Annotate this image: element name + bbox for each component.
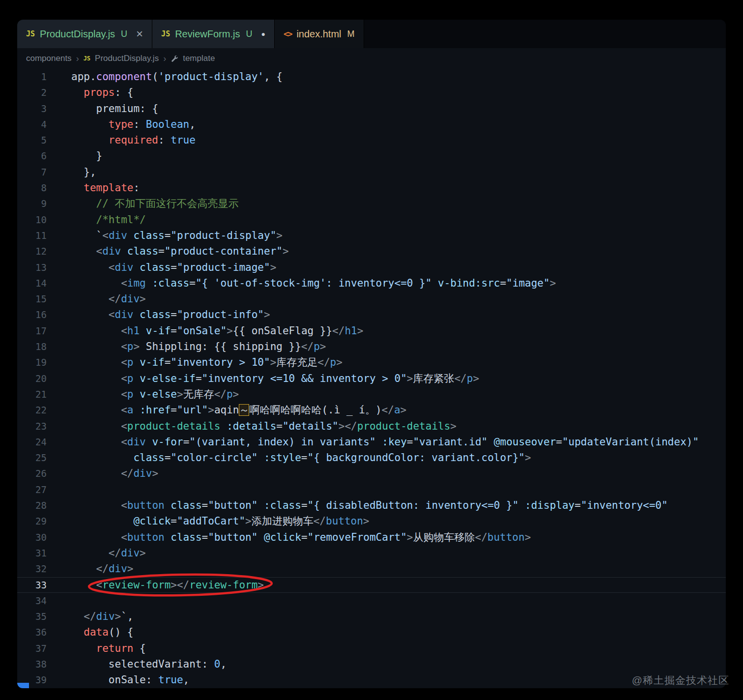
line-number[interactable]: 31 xyxy=(17,545,47,561)
code-line-38[interactable]: 38 selectedVariant: 0, xyxy=(17,656,726,672)
code-line-15[interactable]: 15 </div> xyxy=(17,291,726,307)
code-line-33[interactable]: 33 <review-form></review-form> xyxy=(17,577,726,593)
line-number[interactable]: 25 xyxy=(17,450,47,466)
line-number[interactable]: 2 xyxy=(17,85,47,100)
line-number[interactable]: 34 xyxy=(17,593,47,609)
code-line-16[interactable]: 16 <div class="product-info"> xyxy=(17,307,726,322)
code-line-22[interactable]: 22 <a :href="url">aqin～啊哈啊哈啊哈哈(.ì _ í。)<… xyxy=(17,402,726,418)
tab-reviewform-js[interactable]: JS ReviewForm.js U ● xyxy=(152,20,275,48)
line-number[interactable]: 13 xyxy=(17,260,47,275)
code-text: <div v-for="(variant, index) in variants… xyxy=(71,434,699,450)
code-line-11[interactable]: 11 `<div class="product-display"> xyxy=(17,228,726,243)
code-line-6[interactable]: 6 } xyxy=(17,148,726,164)
code-editor[interactable]: 1app.component('product-display', {2 pro… xyxy=(17,69,726,688)
breadcrumb-file[interactable]: ProductDisplay.js xyxy=(95,54,159,63)
line-number[interactable]: 36 xyxy=(17,624,47,640)
code-text: } xyxy=(71,148,102,164)
line-number[interactable]: 14 xyxy=(17,275,47,291)
line-number[interactable]: 17 xyxy=(17,323,47,339)
line-number[interactable]: 10 xyxy=(17,212,47,228)
code-line-12[interactable]: 12 <div class="product-container"> xyxy=(17,243,726,259)
line-number[interactable]: 32 xyxy=(17,561,47,577)
code-text: <button class="button" @click="removeFro… xyxy=(71,529,531,545)
line-number[interactable]: 11 xyxy=(17,228,47,243)
code-text: <review-form></review-form> xyxy=(71,577,264,593)
code-text: </div> xyxy=(71,545,146,561)
line-number[interactable]: 19 xyxy=(17,354,47,370)
line-number[interactable]: 33 xyxy=(17,577,47,593)
code-line-35[interactable]: 35 </div>`, xyxy=(17,609,726,624)
line-number[interactable]: 22 xyxy=(17,402,47,418)
code-text: <p v-if="inventory > 10">库存充足</p> xyxy=(71,354,343,370)
line-number[interactable]: 18 xyxy=(17,339,47,354)
line-number[interactable]: 24 xyxy=(17,434,47,450)
code-line-39[interactable]: 39 onSale: true, xyxy=(17,672,726,688)
line-number[interactable]: 16 xyxy=(17,307,47,322)
line-number[interactable]: 12 xyxy=(17,243,47,259)
code-line-31[interactable]: 31 </div> xyxy=(17,545,726,561)
line-number[interactable]: 27 xyxy=(17,482,47,497)
line-number[interactable]: 28 xyxy=(17,497,47,513)
breadcrumb: components › JS ProductDisplay.js › temp… xyxy=(17,48,726,69)
code-line-27[interactable]: 27 xyxy=(17,482,726,497)
code-text: <a :href="url">aqin～啊哈啊哈啊哈哈(.ì _ í。)</a> xyxy=(71,402,406,418)
js-file-icon: JS xyxy=(84,55,90,62)
breadcrumb-symbol[interactable]: template xyxy=(183,54,215,63)
code-line-19[interactable]: 19 <p v-if="inventory > 10">库存充足</p> xyxy=(17,354,726,370)
statusbar-corner xyxy=(17,683,29,688)
line-number[interactable]: 1 xyxy=(17,69,47,85)
line-number[interactable]: 8 xyxy=(17,180,47,196)
code-line-30[interactable]: 30 <button class="button" @click="remove… xyxy=(17,529,726,545)
tab-productdisplay-js[interactable]: JS ProductDisplay.js U × xyxy=(17,20,152,48)
line-number[interactable]: 26 xyxy=(17,466,47,481)
line-number[interactable]: 20 xyxy=(17,371,47,386)
code-line-28[interactable]: 28 <button class="button" :class="{ disa… xyxy=(17,497,726,513)
line-number[interactable]: 9 xyxy=(17,196,47,211)
unsaved-dot-icon[interactable]: ● xyxy=(261,30,265,38)
code-line-10[interactable]: 10 /*html*/ xyxy=(17,212,726,228)
line-number[interactable]: 23 xyxy=(17,418,47,434)
code-line-32[interactable]: 32 </div> xyxy=(17,561,726,577)
code-line-26[interactable]: 26 </div> xyxy=(17,466,726,481)
line-number[interactable]: 15 xyxy=(17,291,47,307)
code-text: class="color-circle" :style="{ backgroun… xyxy=(71,450,531,466)
line-number[interactable]: 35 xyxy=(17,609,47,624)
line-number[interactable]: 6 xyxy=(17,148,47,164)
code-line-5[interactable]: 5 required: true xyxy=(17,132,726,148)
code-text: required: true xyxy=(71,132,196,148)
line-number[interactable]: 30 xyxy=(17,529,47,545)
code-line-3[interactable]: 3 premium: { xyxy=(17,101,726,117)
code-line-37[interactable]: 37 return { xyxy=(17,641,726,656)
code-line-14[interactable]: 14 <img :class="{ 'out-of-stock-img': in… xyxy=(17,275,726,291)
code-line-9[interactable]: 9 // 不加下面这行不会高亮显示 xyxy=(17,196,726,211)
line-number[interactable]: 38 xyxy=(17,656,47,672)
breadcrumb-components[interactable]: components xyxy=(26,54,72,63)
code-line-24[interactable]: 24 <div v-for="(variant, index) in varia… xyxy=(17,434,726,450)
code-line-18[interactable]: 18 <p> Shippling: {{ shipping }}</p> xyxy=(17,339,726,354)
close-icon[interactable]: × xyxy=(136,28,143,40)
code-line-4[interactable]: 4 type: Boolean, xyxy=(17,117,726,132)
line-number[interactable]: 7 xyxy=(17,164,47,180)
code-line-2[interactable]: 2 props: { xyxy=(17,85,726,100)
code-text: <img :class="{ 'out-of-stock-img': inven… xyxy=(71,275,556,291)
line-number[interactable]: 3 xyxy=(17,101,47,117)
line-number[interactable]: 29 xyxy=(17,513,47,529)
code-line-25[interactable]: 25 class="color-circle" :style="{ backgr… xyxy=(17,450,726,466)
code-line-1[interactable]: 1app.component('product-display', { xyxy=(17,69,726,85)
code-line-17[interactable]: 17 <h1 v-if="onSale">{{ onSaleFlag }}</h… xyxy=(17,323,726,339)
line-number[interactable]: 5 xyxy=(17,132,47,148)
line-number[interactable]: 37 xyxy=(17,641,47,656)
code-line-29[interactable]: 29 @click="addToCart">添加进购物车</button> xyxy=(17,513,726,529)
code-line-34[interactable]: 34 xyxy=(17,593,726,609)
code-line-36[interactable]: 36 data() { xyxy=(17,624,726,640)
code-line-13[interactable]: 13 <div class="product-image"> xyxy=(17,260,726,275)
tab-index-html[interactable]: <> index.html M xyxy=(275,20,364,48)
code-line-23[interactable]: 23 <product-details :details="details"><… xyxy=(17,418,726,434)
line-number[interactable]: 21 xyxy=(17,386,47,402)
code-line-8[interactable]: 8 template: xyxy=(17,180,726,196)
line-number[interactable]: 4 xyxy=(17,117,47,132)
code-text: /*html*/ xyxy=(71,212,146,228)
code-line-7[interactable]: 7 }, xyxy=(17,164,726,180)
code-line-20[interactable]: 20 <p v-else-if="inventory <=10 && inven… xyxy=(17,371,726,386)
code-line-21[interactable]: 21 <p v-else>无库存</p> xyxy=(17,386,726,402)
